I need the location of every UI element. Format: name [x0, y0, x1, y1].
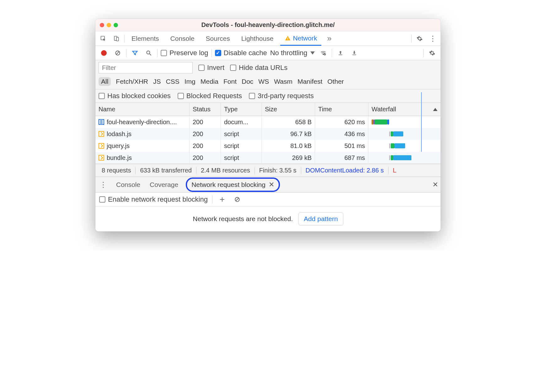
blocked-requests-checkbox[interactable] [178, 93, 184, 99]
cell-size: 96.7 kB [262, 128, 315, 140]
third-party-label: 3rd-party requests [258, 92, 314, 100]
preserve-log-checkbox[interactable] [161, 50, 167, 56]
window-titlebar: DevTools - foul-heavenly-direction.glitc… [95, 19, 441, 31]
settings-icon[interactable] [414, 33, 425, 44]
type-chip-img[interactable]: Img [185, 78, 196, 85]
third-party-checkbox[interactable] [249, 93, 255, 99]
waterfall-bar [389, 143, 390, 148]
preserve-log-toggle[interactable]: Preserve log [161, 49, 208, 57]
col-waterfall[interactable]: Waterfall [368, 103, 441, 116]
tab-console[interactable]: Console [166, 31, 199, 45]
close-drawer-icon[interactable]: ✕ [432, 181, 438, 189]
table-row[interactable]: jquery.js200script81.0 kB501 ms [95, 140, 441, 152]
hide-data-urls-toggle[interactable]: Hide data URLs [230, 64, 287, 72]
network-settings-icon[interactable] [427, 48, 437, 58]
separator [124, 34, 125, 43]
script-file-icon [99, 155, 104, 161]
cell-status: 200 [190, 152, 221, 164]
throttling-select[interactable]: No throttling [270, 49, 315, 57]
add-pattern-icon[interactable]: + [217, 194, 228, 205]
drawer-tab-coverage[interactable]: Coverage [148, 180, 180, 190]
device-toolbar-icon[interactable] [111, 33, 122, 44]
extra-filters-row: Has blocked cookies Blocked Requests 3rd… [95, 89, 441, 103]
col-status[interactable]: Status [190, 103, 221, 116]
kebab-menu-icon[interactable]: ⋮ [427, 33, 438, 44]
minimize-window-button[interactable] [107, 23, 111, 27]
filter-input[interactable] [99, 62, 193, 73]
table-row[interactable]: bundle.js200script269 kB687 ms [95, 152, 441, 164]
script-file-icon [99, 143, 104, 149]
type-chip-fetchxhr[interactable]: Fetch/XHR [116, 78, 148, 85]
type-chip-wasm[interactable]: Wasm [274, 78, 292, 85]
type-chip-all[interactable]: All [99, 77, 111, 86]
type-chip-ws[interactable]: WS [258, 78, 269, 85]
enable-blocking-toggle[interactable]: Enable network request blocking [99, 195, 208, 204]
col-name[interactable]: Name [95, 103, 190, 116]
invert-toggle[interactable]: Invert [198, 64, 224, 72]
svg-rect-11 [339, 55, 342, 55]
type-chip-css[interactable]: CSS [166, 78, 180, 85]
zoom-window-button[interactable] [114, 23, 118, 27]
drawer-tab-console[interactable]: Console [114, 180, 142, 190]
svg-line-8 [150, 54, 151, 55]
traffic-lights [95, 23, 118, 27]
record-button[interactable] [99, 48, 109, 58]
drawer-menu-icon[interactable]: ⋮ [98, 179, 109, 190]
network-conditions-icon[interactable] [318, 48, 329, 58]
col-type[interactable]: Type [221, 103, 262, 116]
hide-data-urls-checkbox[interactable] [230, 65, 236, 71]
clear-icon[interactable] [112, 48, 123, 58]
cell-time: 620 ms [315, 116, 368, 128]
search-icon[interactable] [143, 48, 154, 58]
drawer-empty-message: Network requests are not blocked. [193, 215, 293, 223]
download-har-icon[interactable] [349, 48, 360, 58]
separator [423, 49, 424, 57]
close-window-button[interactable] [100, 23, 104, 27]
cell-size: 658 B [262, 116, 315, 128]
separator [411, 34, 412, 43]
drawer-body: Network requests are not blocked. Add pa… [95, 206, 441, 231]
tab-elements[interactable]: Elements [127, 31, 163, 45]
window-title: DevTools - foul-heavenly-direction.glitc… [95, 21, 441, 29]
svg-point-7 [147, 51, 150, 54]
type-chip-font[interactable]: Font [223, 78, 237, 85]
tab-lighthouse[interactable]: Lighthouse [237, 31, 278, 45]
cell-waterfall [368, 116, 441, 128]
table-row[interactable]: foul-heavenly-direction....200docum...65… [95, 116, 441, 128]
blocked-requests-toggle[interactable]: Blocked Requests [178, 92, 242, 100]
inspect-element-icon[interactable] [98, 33, 109, 44]
add-pattern-button[interactable]: Add pattern [298, 212, 343, 225]
type-chip-js[interactable]: JS [153, 78, 161, 85]
svg-line-6 [116, 51, 119, 55]
col-time[interactable]: Time [315, 103, 368, 116]
has-blocked-cookies-toggle[interactable]: Has blocked cookies [99, 92, 171, 100]
col-size[interactable]: Size [262, 103, 315, 116]
panel-tabs: Elements Console Sources Lighthouse Netw… [95, 31, 441, 46]
cell-type: script [221, 152, 262, 164]
drawer-tab-network-request-blocking[interactable]: Network request blocking ✕ [186, 177, 280, 192]
separator [332, 49, 332, 57]
cell-size: 269 kB [262, 152, 315, 164]
tab-sources[interactable]: Sources [201, 31, 234, 45]
has-blocked-cookies-label: Has blocked cookies [107, 92, 171, 100]
has-blocked-cookies-checkbox[interactable] [99, 93, 105, 99]
disable-cache-checkbox[interactable] [215, 50, 221, 56]
tab-network[interactable]: Network [280, 32, 321, 46]
network-table-body: foul-heavenly-direction....200docum...65… [95, 116, 441, 164]
upload-har-icon[interactable] [335, 48, 346, 58]
remove-all-icon[interactable] [232, 194, 243, 205]
close-tab-icon[interactable]: ✕ [269, 181, 274, 189]
type-chip-doc[interactable]: Doc [242, 78, 253, 85]
filter-toggle-icon[interactable] [130, 48, 140, 58]
enable-blocking-checkbox[interactable] [99, 196, 105, 203]
table-row[interactable]: lodash.js200script96.7 kB436 ms [95, 128, 441, 140]
type-chip-other[interactable]: Other [327, 78, 344, 85]
invert-checkbox[interactable] [198, 65, 205, 71]
more-tabs-icon[interactable]: » [324, 33, 335, 44]
third-party-toggle[interactable]: 3rd-party requests [249, 92, 314, 100]
status-transferred: 633 kB transferred [136, 167, 196, 174]
disable-cache-toggle[interactable]: Disable cache [215, 49, 267, 57]
separator [212, 195, 212, 204]
type-chip-media[interactable]: Media [201, 78, 218, 85]
type-chip-manifest[interactable]: Manifest [297, 78, 322, 85]
